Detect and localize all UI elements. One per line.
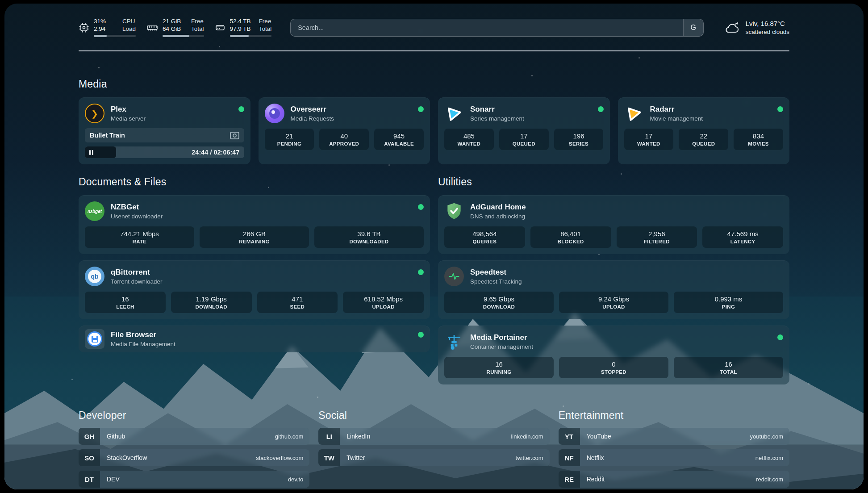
disk-free-value: 52.4 TB [230, 18, 251, 25]
playback-time: 24:44 / 02:06:47 [192, 146, 239, 158]
media-grid: ❯ Plex Media server Bullet Train 24:44 / [79, 97, 789, 164]
stat-tile: 1.19 GbpsDOWNLOAD [171, 292, 252, 313]
bookmark-abbr: NF [559, 449, 580, 466]
stat-tile: 40APPROVED [319, 129, 369, 150]
section-title-media: Media [79, 78, 789, 90]
ram-progress-fill [163, 35, 189, 37]
bookmark-twitter[interactable]: TW Twitter twitter.com [318, 449, 549, 466]
app-card-overseerr[interactable]: Overseerr Media Requests 21PENDING 40APP… [259, 97, 430, 164]
disk-total-value: 97.9 TB [230, 25, 251, 32]
stat-tile: 21PENDING [265, 129, 314, 150]
top-bar: 31% 2.94 CPU Load [79, 4, 789, 37]
section-title-social: Social [318, 409, 549, 422]
search-engine-button[interactable]: G [683, 19, 703, 36]
bookmark-github[interactable]: GH Github github.com [79, 428, 309, 445]
playback-progress-fill [85, 146, 116, 158]
bookmark-url: github.com [275, 433, 304, 440]
app-name: AdGuard Home [470, 203, 526, 212]
app-card-portainer[interactable]: Media Portainer Container management 16R… [438, 326, 789, 384]
nzbget-logo-icon: nzbget [85, 201, 104, 221]
status-dot-online [598, 106, 604, 112]
disk-free-label: Free [259, 18, 272, 25]
ram-stat: 21 GiB 64 GiB Free Total [146, 18, 204, 37]
bookmark-name: DEV [107, 476, 120, 483]
section-title-entertainment: Entertainment [559, 409, 789, 422]
bookmark-abbr: TW [318, 449, 340, 466]
speedtest-logo-icon [444, 267, 464, 286]
bookmark-youtube[interactable]: YT YouTube youtube.com [559, 428, 789, 445]
bookmark-url: dev.to [288, 476, 303, 483]
cpu-label: CPU [122, 18, 136, 25]
app-name: Radarr [650, 105, 703, 114]
stat-tile: 266 GBREMAINING [200, 226, 309, 248]
stat-tile: 16LEECH [85, 292, 166, 313]
bookmark-linkedin[interactable]: LI LinkedIn linkedin.com [318, 428, 549, 445]
disk-progress-bar [230, 35, 272, 37]
stat-tile: 22QUEUED [679, 129, 728, 150]
bookmark-name: Github [107, 433, 125, 440]
playback-progress-bar[interactable]: 24:44 / 02:06:47 [85, 146, 244, 158]
stat-tile: 39.6 TBDOWNLOADED [314, 226, 424, 248]
bookmark-stackoverflow[interactable]: SO StackOverflow stackoverflow.com [79, 449, 309, 466]
app-card-qbittorrent[interactable]: qb qBittorrent Torrent downloader 16LEEC… [79, 260, 430, 319]
bookmarks-entertainment: Entertainment YT YouTube youtube.com NF … [559, 409, 789, 488]
stat-tile: 16TOTAL [674, 357, 783, 378]
bookmark-name: YouTube [587, 433, 611, 440]
status-dot-online [418, 269, 424, 275]
bookmark-netflix[interactable]: NF Netflix netflix.com [559, 449, 789, 466]
camera-icon[interactable] [230, 132, 239, 139]
disk-icon [215, 22, 225, 33]
ram-free-value: 21 GiB [163, 18, 183, 25]
bookmark-abbr: GH [79, 428, 100, 445]
section-title-utilities: Utilities [438, 176, 789, 188]
portainer-logo-icon [444, 332, 464, 351]
stat-tile: 485WANTED [444, 129, 494, 150]
snow-particles [4, 4, 6, 5]
app-card-filebrowser[interactable]: File Browser Media File Management [79, 326, 430, 352]
qbittorrent-logo-icon: qb [85, 267, 104, 286]
status-dot-online [238, 106, 244, 112]
cloud-icon [723, 21, 740, 35]
stat-tile: 498,564QUERIES [444, 226, 525, 248]
app-card-plex[interactable]: ❯ Plex Media server Bullet Train 24:44 / [79, 97, 250, 164]
bookmark-url: twitter.com [516, 455, 543, 461]
radarr-logo-icon [624, 104, 644, 123]
ram-total-label: Total [191, 25, 204, 32]
bookmark-reddit[interactable]: RE Reddit reddit.com [559, 471, 789, 488]
app-card-speedtest[interactable]: Speedtest Speedtest Tracking 9.65 GbpsDO… [438, 260, 789, 319]
disk-stat: 52.4 TB 97.9 TB Free Total [215, 18, 272, 37]
section-title-documents: Documents & Files [79, 176, 430, 188]
app-card-sonarr[interactable]: Sonarr Series management 485WANTED 17QUE… [438, 97, 610, 164]
adguard-logo-icon [444, 201, 464, 221]
bookmark-abbr: RE [559, 471, 580, 488]
search-input[interactable] [291, 19, 683, 36]
utilities-column: Utilities [438, 176, 789, 384]
cpu-load-label: Load [122, 25, 136, 32]
app-card-radarr[interactable]: Radarr Movie management 17WANTED 22QUEUE… [618, 97, 790, 164]
bookmark-url: reddit.com [756, 476, 783, 483]
pause-icon[interactable] [89, 150, 93, 155]
app-desc: Container management [470, 343, 533, 350]
bookmark-abbr: YT [559, 428, 580, 445]
app-name: Overseerr [291, 105, 334, 114]
ram-progress-bar [163, 35, 204, 37]
status-dot-online [777, 334, 783, 340]
bookmarks-social: Social LI LinkedIn linkedin.com TW Twitt… [318, 409, 549, 488]
bookmark-url: linkedin.com [511, 433, 543, 440]
search-bar: G [290, 19, 704, 37]
weather-location-temp: Lviv, 16.87°C [746, 20, 789, 27]
bookmark-dev[interactable]: DT DEV dev.to [79, 471, 309, 488]
stat-tile: 471SEED [257, 292, 338, 313]
now-playing-row: Bullet Train [85, 128, 244, 142]
app-name: qBittorrent [111, 268, 163, 277]
stat-tile: 9.24 GbpsUPLOAD [559, 292, 668, 313]
app-card-adguard[interactable]: AdGuard Home DNS and adblocking 498,564Q… [438, 195, 789, 254]
bookmark-url: stackoverflow.com [256, 455, 303, 461]
weather-widget[interactable]: Lviv, 16.87°C scattered clouds [723, 20, 789, 35]
stat-tile: 2,956FILTERED [617, 226, 697, 248]
stat-tile: 945AVAILABLE [374, 129, 424, 150]
status-dot-online [777, 106, 783, 112]
app-card-nzbget[interactable]: nzbget NZBGet Usenet downloader 744.21 M… [79, 195, 430, 254]
filebrowser-logo-icon [85, 329, 104, 349]
bookmarks-developer: Developer GH Github github.com SO StackO… [79, 409, 309, 488]
